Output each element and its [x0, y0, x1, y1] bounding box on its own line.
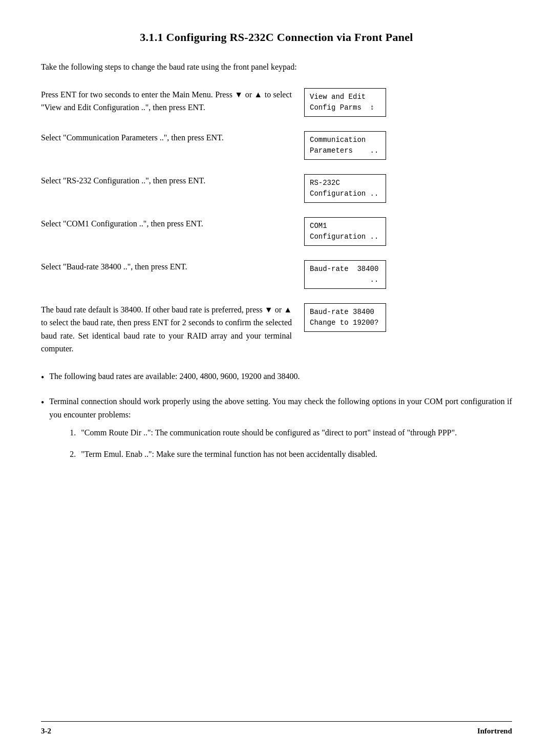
baud-rate-menu-box: Baud-rate 38400 Change to 19200? — [304, 303, 386, 332]
step-row-4: Select "COM1 Configuration ..", then pre… — [41, 217, 512, 246]
numbered-text-2-2: "Term Emul. Enab ..": Make sure the term… — [81, 448, 377, 461]
intro-paragraph: Take the following steps to change the b… — [41, 60, 328, 74]
numbered-item-2-1: 1."Comm Route Dir ..": The communication… — [70, 426, 512, 439]
step-text-5: Select "Baud-rate 38400 ..", then press … — [41, 260, 292, 274]
bullet-text-wrapper-1: The following baud rates are available: … — [49, 370, 300, 383]
numbered-label-2-2: 2. — [70, 448, 76, 461]
footer: 3-2 Infortrend — [41, 721, 512, 736]
step-text-4: Select "COM1 Configuration ..", then pre… — [41, 217, 292, 230]
numbered-list-2: 1."Comm Route Dir ..": The communication… — [70, 426, 512, 460]
menu-box-2: Communication Parameters .. — [304, 131, 386, 160]
menu-box-3: RS-232C Configuration .. — [304, 174, 386, 203]
baud-rate-row: The baud rate default is 38400. If other… — [41, 303, 512, 355]
step-text-3: Select "RS-232 Configuration ..", then p… — [41, 174, 292, 187]
baud-rate-paragraph: The baud rate default is 38400. If other… — [41, 303, 292, 355]
menu-box-5: Baud-rate 38400 .. — [304, 260, 386, 289]
bullet-text-1: The following baud rates are available: … — [49, 370, 300, 383]
bullet-section: •The following baud rates are available:… — [41, 370, 512, 469]
step-text-2: Select "Communication Parameters ..", th… — [41, 131, 292, 144]
bullet-text-wrapper-2: Terminal connection should work properly… — [49, 395, 512, 469]
numbered-item-2-2: 2."Term Emul. Enab ..": Make sure the te… — [70, 448, 512, 461]
menu-box-4: COM1 Configuration .. — [304, 217, 386, 246]
numbered-text-2-1: "Comm Route Dir ..": The communication r… — [81, 426, 457, 439]
step-row-3: Select "RS-232 Configuration ..", then p… — [41, 174, 512, 203]
numbered-label-2-1: 1. — [70, 426, 76, 439]
bullet-dot-1: • — [41, 371, 44, 385]
step-text-1: Press ENT for two seconds to enter the M… — [41, 88, 292, 114]
footer-page-number: 3-2 — [41, 727, 51, 736]
steps-container: Press ENT for two seconds to enter the M… — [41, 88, 512, 289]
step-row-1: Press ENT for two seconds to enter the M… — [41, 88, 512, 117]
step-row-5: Select "Baud-rate 38400 ..", then press … — [41, 260, 512, 289]
bullet-text-2: Terminal connection should work properly… — [49, 395, 512, 421]
bullet-item-2: •Terminal connection should work properl… — [41, 395, 512, 469]
section-heading: 3.1.1 Configuring RS-232C Connection via… — [41, 31, 512, 44]
step-row-2: Select "Communication Parameters ..", th… — [41, 131, 512, 160]
page-container: 3.1.1 Configuring RS-232C Connection via… — [0, 0, 553, 756]
bullet-item-1: •The following baud rates are available:… — [41, 370, 512, 385]
menu-box-1: View and Edit Config Parms ↕ — [304, 88, 386, 117]
bullet-dot-2: • — [41, 396, 44, 410]
footer-brand: Infortrend — [477, 727, 512, 736]
